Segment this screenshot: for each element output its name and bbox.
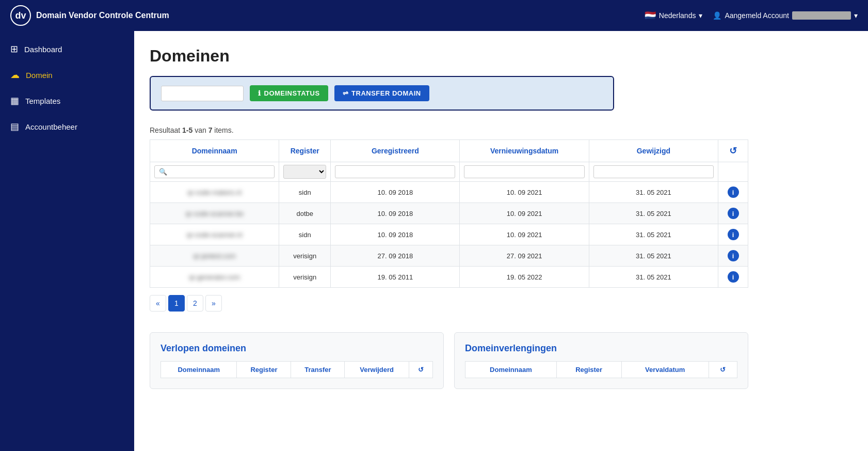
cell-gewijzigd: 31. 05 2021 xyxy=(589,182,718,203)
domains-table-section: Resultaat 1-5 van 7 items. Domeinnaam Re… xyxy=(150,126,748,312)
sidebar-item-dashboard[interactable]: ⊞ Dashboard xyxy=(0,36,134,62)
info-button[interactable]: i xyxy=(728,250,739,261)
pagination: « 1 2 » xyxy=(150,295,748,312)
cell-vernieuwingsdatum: 19. 05 2022 xyxy=(460,267,589,288)
filter-row xyxy=(150,162,748,182)
filter-geregistreerd xyxy=(331,162,460,182)
transfer-domain-button[interactable]: ⇌ TRANSFER DOMAIN xyxy=(334,85,429,101)
verlopen-col-register[interactable]: Register xyxy=(237,362,291,378)
cell-register: sidn xyxy=(279,224,331,245)
info-button[interactable]: i xyxy=(728,186,739,198)
col-register[interactable]: Register xyxy=(279,140,331,162)
verlopen-title: Verlopen domeinen xyxy=(160,343,433,354)
filter-vernieuwingsdatum-input[interactable] xyxy=(464,165,584,178)
sidebar: ⊞ Dashboard ☁ Domein ▦ Templates ▤ Accou… xyxy=(0,31,134,451)
pagination-page-1[interactable]: 1 xyxy=(168,295,185,312)
cell-vernieuwingsdatum: 10. 09 2021 xyxy=(460,182,589,203)
filter-register-select[interactable] xyxy=(283,165,326,179)
filter-gewijzigd-input[interactable] xyxy=(593,165,714,178)
cell-info: i xyxy=(718,245,748,267)
sidebar-item-label: Accountbeheer xyxy=(25,122,77,131)
filter-actions xyxy=(718,162,748,182)
dv-col-vervaldatum[interactable]: Vervaldatum xyxy=(621,362,709,378)
cloud-icon: ☁ xyxy=(10,69,20,81)
language-label: Nederlands xyxy=(659,11,696,20)
bottom-section: Verlopen domeinen Domeinnaam Register Tr… xyxy=(150,332,748,389)
page-title: Domeinen xyxy=(150,46,853,66)
info-button[interactable]: i xyxy=(728,208,739,219)
col-domeinnaam[interactable]: Domeinnaam xyxy=(150,140,279,162)
logo-icon: dv xyxy=(10,5,31,26)
table-row: qr-code-scanner.nlsidn10. 09 201810. 09 … xyxy=(150,224,748,245)
result-info: Resultaat 1-5 van 7 items. xyxy=(150,126,748,134)
domain-table: Domeinnaam Register Geregistreerd Vernie… xyxy=(150,139,748,288)
logo-area: dv Domain Vendor Controle Centrum xyxy=(10,5,293,26)
cell-gewijzigd: 31. 05 2021 xyxy=(589,245,718,267)
info-icon: ℹ xyxy=(258,89,261,97)
dashboard-icon: ⊞ xyxy=(10,43,18,55)
filter-geregistreerd-input[interactable] xyxy=(335,165,455,178)
table-row: qr-code-makers.nlsidn10. 09 201810. 09 2… xyxy=(150,182,748,203)
cell-info: i xyxy=(718,203,748,224)
domain-search-input[interactable] xyxy=(161,86,244,101)
filter-register xyxy=(279,162,331,182)
col-geregistreerd[interactable]: Geregistreerd xyxy=(331,140,460,162)
filter-domeinnaam xyxy=(150,162,279,182)
domeinverlengingen-card: Domeinverlengingen Domeinnaam Register V… xyxy=(454,332,748,389)
cell-domeinnaam: qr-code-makers.nl xyxy=(150,182,279,203)
cell-info: i xyxy=(718,267,748,288)
cell-register: verisign xyxy=(279,267,331,288)
cell-gewijzigd: 31. 05 2021 xyxy=(589,224,718,245)
dv-col-domeinnaam[interactable]: Domeinnaam xyxy=(465,362,557,378)
dv-col-reset[interactable]: ↺ xyxy=(709,362,737,378)
dv-col-register[interactable]: Register xyxy=(556,362,621,378)
verlopen-col-transfer[interactable]: Transfer xyxy=(291,362,345,378)
search-box: ℹ DOMEINSTATUS ⇌ TRANSFER DOMAIN xyxy=(150,76,614,111)
verlopen-reset-icon: ↺ xyxy=(418,366,424,374)
transfer-icon: ⇌ xyxy=(343,89,349,97)
language-button[interactable]: 🇳🇱 Nederlands ▾ xyxy=(645,10,703,21)
col-reset[interactable]: ↺ xyxy=(718,140,748,162)
account-chevron-icon: ▾ xyxy=(854,11,858,20)
table-row: qr-jantest.comverisign27. 09 201827. 09 … xyxy=(150,245,748,267)
pagination-next[interactable]: » xyxy=(205,295,222,312)
filter-gewijzigd xyxy=(589,162,718,182)
account-button[interactable]: 👤 Aangemeld Account ████████████ ▾ xyxy=(713,11,858,20)
verlopen-col-reset[interactable]: ↺ xyxy=(409,362,432,378)
cell-vernieuwingsdatum: 10. 09 2021 xyxy=(460,203,589,224)
cell-domeinnaam: qr-jantest.com xyxy=(150,245,279,267)
cell-register: verisign xyxy=(279,245,331,267)
cell-domeinnaam: qr-generator.com xyxy=(150,267,279,288)
sidebar-item-templates[interactable]: ▦ Templates xyxy=(0,88,134,114)
reset-icon: ↺ xyxy=(729,146,737,156)
sidebar-item-label: Templates xyxy=(25,97,60,105)
verlopen-domeinen-card: Verlopen domeinen Domeinnaam Register Tr… xyxy=(150,332,444,389)
sidebar-item-label: Domein xyxy=(26,71,53,80)
domeinverlengingen-table: Domeinnaam Register Vervaldatum ↺ xyxy=(465,361,737,378)
sidebar-item-domein[interactable]: ☁ Domein xyxy=(0,62,134,88)
info-button[interactable]: i xyxy=(728,229,739,240)
verlopen-col-verwijderd[interactable]: Verwijderd xyxy=(345,362,409,378)
templates-icon: ▦ xyxy=(10,95,19,106)
user-icon: 👤 xyxy=(713,11,721,20)
pagination-prev[interactable]: « xyxy=(150,295,166,312)
flag-icon: 🇳🇱 xyxy=(645,10,656,21)
pagination-page-2[interactable]: 2 xyxy=(187,295,203,312)
cell-geregistreerd: 10. 09 2018 xyxy=(331,203,460,224)
cell-register: dotbe xyxy=(279,203,331,224)
verlopen-col-domeinnaam[interactable]: Domeinnaam xyxy=(161,362,237,378)
sidebar-item-accountbeheer[interactable]: ▤ Accountbeheer xyxy=(0,114,134,139)
filter-vernieuwingsdatum xyxy=(460,162,589,182)
col-gewijzigd[interactable]: Gewijzigd xyxy=(589,140,718,162)
domeinverlengingen-header-row: Domeinnaam Register Vervaldatum ↺ xyxy=(465,362,737,378)
col-vernieuwingsdatum[interactable]: Vernieuwingsdatum xyxy=(460,140,589,162)
filter-domain-input[interactable] xyxy=(154,165,275,178)
cell-geregistreerd: 10. 09 2018 xyxy=(331,224,460,245)
domain-table-body: qr-code-makers.nlsidn10. 09 201810. 09 2… xyxy=(150,182,748,288)
cell-geregistreerd: 19. 05 2011 xyxy=(331,267,460,288)
info-button[interactable]: i xyxy=(728,271,739,283)
cell-gewijzigd: 31. 05 2021 xyxy=(589,267,718,288)
cell-geregistreerd: 10. 09 2018 xyxy=(331,182,460,203)
app-title: Domain Vendor Controle Centrum xyxy=(36,11,169,20)
domeinstatus-button[interactable]: ℹ DOMEINSTATUS xyxy=(250,85,328,101)
